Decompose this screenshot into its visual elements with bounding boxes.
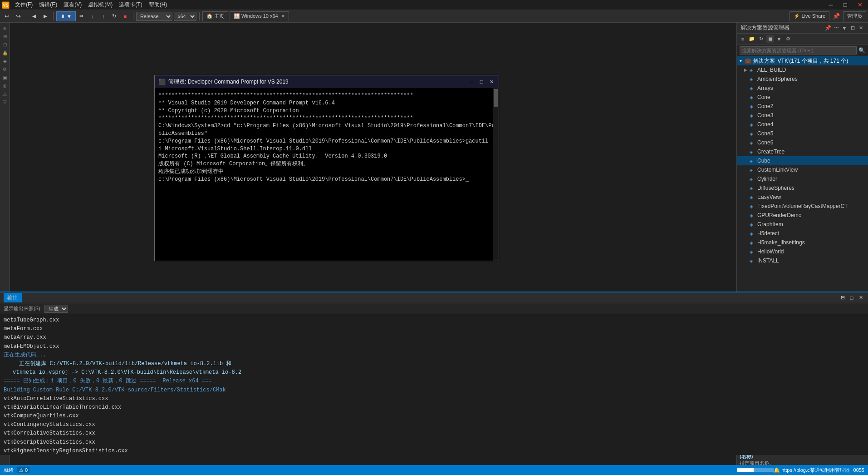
home-tab-btn[interactable]: 🏠 主页 [202, 11, 228, 21]
undo-btn[interactable]: ↩ [2, 11, 12, 21]
toolbar-sep-4 [199, 12, 200, 20]
se-float-btn[interactable]: ⊟ [849, 25, 856, 32]
win10-tab-btn[interactable]: 🪟 Windows 10 x64 ✕ [230, 11, 289, 21]
status-build-num[interactable]: 0055 [853, 467, 864, 473]
se-item-cone6[interactable]: ◈ Cone6 [737, 138, 868, 147]
se-item-gpurenderdemo[interactable]: ◈ GPURenderDemo [737, 211, 868, 220]
status-error-count[interactable]: ⚠ 0 [17, 467, 29, 473]
se-item-arrays[interactable]: ◈ Arrays [737, 84, 868, 93]
continue-btn[interactable]: ⏸ ▼ [56, 11, 76, 21]
output-filter-select[interactable]: 生成 [44, 305, 68, 313]
output-line-9: vtkAutoCorrelativeStatistics.cxx [10, 395, 736, 403]
cmd-titlebar: ⬛ 管理员: Developer Command Prompt for VS 2… [155, 75, 499, 88]
cmd-scrollbar[interactable] [493, 88, 499, 261]
se-item-cone4[interactable]: ◈ Cone4 [737, 120, 868, 129]
se-item-label: ALL_BUILD [757, 67, 786, 73]
menu-xuan-xiang-ka[interactable]: 选项卡(T) [116, 0, 145, 10]
se-item-h5make_libsettings[interactable]: ◈ H5make_libsettings [737, 238, 868, 247]
status-url[interactable]: 🔔 https://blog.c某通知利用管理器 [774, 467, 849, 474]
se-item-customlinkview[interactable]: ◈ CustomLinkView [737, 165, 868, 174]
cmd-line-9: 版权所有 (C) Microsoft Corporation。保留所有权利。 [158, 160, 495, 168]
restore-btn[interactable]: ─ [824, 0, 837, 10]
output-line-2: metaArray.cxx [10, 333, 736, 342]
se-showallfiles-btn[interactable]: 📁 [748, 35, 756, 43]
se-item-cone5[interactable]: ◈ Cone5 [737, 129, 868, 138]
output-tab[interactable]: 输出 [10, 293, 22, 302]
activity-6[interactable]: ⚙ [1, 65, 9, 73]
se-item-icon: ◈ [750, 177, 756, 182]
menu-bang-zhu[interactable]: 帮助(H) [146, 0, 170, 10]
se-close-btn[interactable]: ✕ [857, 25, 864, 32]
se-item-cone2[interactable]: ◈ Cone2 [737, 102, 868, 111]
config-dropdown[interactable]: Release [136, 12, 172, 21]
step-into-btn[interactable]: ↓ [88, 11, 98, 21]
toolbar-sep-1 [26, 12, 26, 20]
se-item-cone[interactable]: ◈ Cone [737, 93, 868, 102]
menu-cha-kan[interactable]: 查看(V) [61, 0, 84, 10]
se-item-h5detect[interactable]: ◈ H5detect [737, 229, 868, 238]
forward-btn[interactable]: ► [40, 11, 50, 21]
menu-wen-jian[interactable]: 文件(F) [12, 0, 35, 10]
se-item-graphitem[interactable]: ◈ GraphItem [737, 220, 868, 229]
solution-icon: 💼 [745, 58, 751, 64]
stop-btn[interactable]: ■ [120, 11, 130, 21]
activity-2[interactable]: ⊞ [1, 33, 9, 40]
se-item-easyview[interactable]: ◈ EasyView [737, 193, 868, 202]
activity-9[interactable]: △ [1, 90, 9, 97]
se-item-createtree[interactable]: ◈ CreateTree [737, 147, 868, 156]
se-settings-btn[interactable]: ⚙ [784, 35, 792, 43]
cmd-close-btn[interactable]: ✕ [488, 78, 495, 85]
se-item-icon: ◈ [750, 222, 756, 227]
se-more-btn[interactable]: ⋯ [833, 25, 840, 32]
se-item-diffusespheres[interactable]: ◈ DiffuseSpheres [737, 183, 868, 193]
cmd-content[interactable]: ****************************************… [155, 88, 499, 261]
live-share-btn[interactable]: ⚡ Live Share [790, 11, 829, 21]
se-search-input[interactable] [740, 46, 857, 54]
status-ready[interactable]: 就绪 [4, 467, 14, 474]
step-out-btn[interactable]: ↑ [98, 11, 108, 21]
se-item-cylinder[interactable]: ◈ Cylinder [737, 174, 868, 183]
activity-7[interactable]: ▣ [1, 74, 9, 81]
se-item-icon: ◈ [750, 77, 756, 82]
activity-10[interactable]: ▽ [1, 98, 9, 105]
cmd-maximize-btn[interactable]: □ [478, 78, 485, 85]
cmd-minimize-btn[interactable]: ─ [468, 78, 475, 85]
se-item-fixedpointvolumeraycastmapperct[interactable]: ◈ FixedPointVolumeRayCastMapperCT [737, 202, 868, 211]
output-filter-row: 显示输出来源(S): 生成 [10, 303, 736, 314]
activity-3[interactable]: ⊡ [1, 41, 9, 48]
se-active-btn[interactable]: ◼ [766, 35, 774, 43]
se-refresh-btn[interactable]: ↻ [757, 35, 765, 43]
menu-bian-ji[interactable]: 编辑(E) [36, 0, 60, 10]
se-item-install[interactable]: ◈ INSTALL [737, 256, 868, 265]
se-item-helloworld[interactable]: ◈ HelloWorld [737, 247, 868, 256]
restart-btn[interactable]: ↻ [109, 11, 119, 21]
activity-8[interactable]: ◎ [1, 82, 9, 89]
se-item-cube[interactable]: ◈ Cube [737, 156, 868, 165]
debug-controls: ⏸ ▼ ⇒ ↓ ↑ ↻ ■ [56, 11, 130, 21]
se-properties-btn[interactable]: ≡ [739, 35, 747, 43]
se-item-cone3[interactable]: ◈ Cone3 [737, 111, 868, 120]
win10-tab-close[interactable]: ✕ [281, 14, 285, 19]
se-item-all_build[interactable]: ▶ ◈ ALL_BUILD [737, 65, 868, 74]
platform-dropdown[interactable]: x64 [174, 12, 196, 21]
manage-btn[interactable]: 管理员 [843, 11, 866, 21]
pin-btn[interactable]: 📌 [831, 11, 841, 21]
close-btn[interactable]: ✕ [853, 0, 866, 10]
maximize-btn[interactable]: □ [839, 0, 852, 10]
se-filter-btn[interactable]: ▼ [775, 35, 783, 43]
cmd-line-2: ** Copyright (c) 2020 Microsoft Corporat… [158, 107, 495, 115]
se-item-label: EasyView [757, 194, 781, 200]
se-search-icon[interactable]: 🔍 [858, 47, 865, 54]
redo-btn[interactable]: ↪ [13, 11, 23, 21]
activity-5[interactable]: ◈ [1, 57, 9, 64]
se-item-ambientspheres[interactable]: ◈ AmbientSpheres [737, 74, 868, 84]
activity-1[interactable]: ≡ [1, 25, 9, 32]
back-btn[interactable]: ◄ [29, 11, 39, 21]
cmd-window: ⬛ 管理员: Developer Command Prompt for VS 2… [154, 75, 499, 261]
se-collapse-btn[interactable]: ▼ [841, 25, 848, 32]
se-pin-btn[interactable]: 📌 [824, 25, 832, 32]
vs-logo-area: 🆚 [2, 1, 10, 9]
menu-xu-ni-ji[interactable]: 虚拟机(M) [85, 0, 115, 10]
activity-4[interactable]: 🔒 [1, 49, 9, 56]
step-over-btn[interactable]: ⇒ [77, 11, 87, 21]
